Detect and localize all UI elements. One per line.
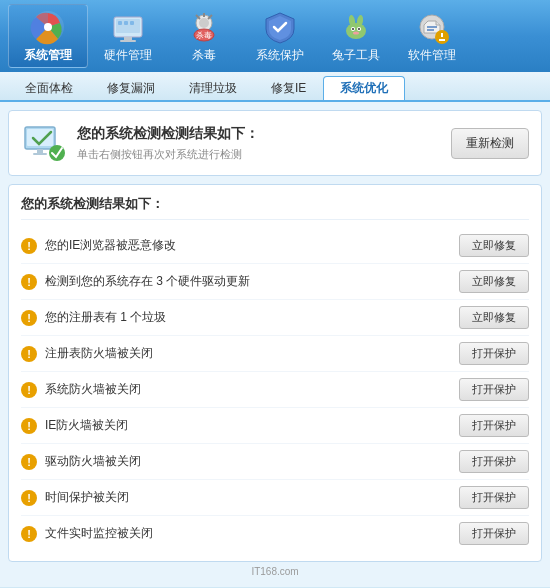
svg-text:杀毒: 杀毒 xyxy=(196,31,212,40)
svg-point-10 xyxy=(199,18,209,28)
warning-icon-3: ! xyxy=(21,346,37,362)
result-left-2: ! 您的注册表有 1 个垃圾 xyxy=(21,309,166,326)
warning-icon-7: ! xyxy=(21,490,37,506)
tab-repair-ie[interactable]: 修复IE xyxy=(254,76,323,100)
svg-point-23 xyxy=(353,31,359,34)
nav-protect[interactable]: 系统保护 xyxy=(244,4,316,68)
result-left-5: ! IE防火墙被关闭 xyxy=(21,417,128,434)
result-left-3: ! 注册表防火墙被关闭 xyxy=(21,345,153,362)
action-btn-0[interactable]: 立即修复 xyxy=(459,234,529,257)
result-left-8: ! 文件实时监控被关闭 xyxy=(21,525,153,542)
nav-tools-label: 兔子工具 xyxy=(332,47,380,64)
action-btn-4[interactable]: 打开保护 xyxy=(459,378,529,401)
warning-icon-5: ! xyxy=(21,418,37,434)
hardware-icon xyxy=(110,9,146,45)
svg-rect-6 xyxy=(118,21,122,25)
warning-icon-4: ! xyxy=(21,382,37,398)
result-row-7: ! 时间保护被关闭 打开保护 xyxy=(21,480,529,516)
svg-rect-8 xyxy=(130,21,134,25)
svg-line-11 xyxy=(196,15,200,19)
result-text-0: 您的IE浏览器被恶意修改 xyxy=(45,237,176,254)
top-bar: 系统管理 硬件管理 杀毒 xyxy=(0,0,550,72)
summary-left: 您的系统检测检测结果如下： 单击右侧按钮再次对系统进行检测 xyxy=(21,121,259,165)
result-text-7: 时间保护被关闭 xyxy=(45,489,129,506)
summary-text: 您的系统检测检测结果如下： 单击右侧按钮再次对系统进行检测 xyxy=(77,125,259,162)
software-icon xyxy=(414,9,450,45)
result-text-5: IE防火墙被关闭 xyxy=(45,417,128,434)
nav-software-label: 软件管理 xyxy=(408,47,456,64)
nav-protect-label: 系统保护 xyxy=(256,47,304,64)
kill-icon: 杀毒 xyxy=(186,9,222,45)
computer-icon xyxy=(21,121,65,165)
tab-bar: 全面体检 修复漏洞 清理垃圾 修复IE 系统优化 xyxy=(0,72,550,102)
summary-card: 您的系统检测检测结果如下： 单击右侧按钮再次对系统进行检测 重新检测 xyxy=(8,110,542,176)
watermark: IT168.com xyxy=(8,562,542,579)
result-row-1: ! 检测到您的系统存在 3 个硬件驱动更新 立即修复 xyxy=(21,264,529,300)
result-left-1: ! 检测到您的系统存在 3 个硬件驱动更新 xyxy=(21,273,250,290)
result-text-3: 注册表防火墙被关闭 xyxy=(45,345,153,362)
svg-rect-7 xyxy=(124,21,128,25)
tab-repair-issues[interactable]: 修复漏洞 xyxy=(90,76,172,100)
result-text-8: 文件实时监控被关闭 xyxy=(45,525,153,542)
result-text-1: 检测到您的系统存在 3 个硬件驱动更新 xyxy=(45,273,250,290)
nav-tools[interactable]: 兔子工具 xyxy=(320,4,392,68)
action-btn-2[interactable]: 立即修复 xyxy=(459,306,529,329)
tab-full-check[interactable]: 全面体检 xyxy=(8,76,90,100)
svg-point-22 xyxy=(358,28,360,30)
action-btn-8[interactable]: 打开保护 xyxy=(459,522,529,545)
result-left-7: ! 时间保护被关闭 xyxy=(21,489,129,506)
nav-software[interactable]: 软件管理 xyxy=(396,4,468,68)
nav-hardware[interactable]: 硬件管理 xyxy=(92,4,164,68)
result-row-6: ! 驱动防火墙被关闭 打开保护 xyxy=(21,444,529,480)
action-btn-3[interactable]: 打开保护 xyxy=(459,342,529,365)
svg-rect-32 xyxy=(37,149,43,153)
result-text-6: 驱动防火墙被关闭 xyxy=(45,453,141,470)
results-section: 您的系统检测结果如下： ! 您的IE浏览器被恶意修改 立即修复 ! 检测到您的系… xyxy=(8,184,542,562)
result-text-2: 您的注册表有 1 个垃圾 xyxy=(45,309,166,326)
result-row-5: ! IE防火墙被关闭 打开保护 xyxy=(21,408,529,444)
result-row-0: ! 您的IE浏览器被恶意修改 立即修复 xyxy=(21,228,529,264)
result-left-6: ! 驱动防火墙被关闭 xyxy=(21,453,141,470)
logo-button[interactable]: 系统管理 xyxy=(8,4,88,68)
rescan-button[interactable]: 重新检测 xyxy=(451,128,529,159)
nav-hardware-label: 硬件管理 xyxy=(104,47,152,64)
result-text-4: 系统防火墙被关闭 xyxy=(45,381,141,398)
svg-point-21 xyxy=(352,28,354,30)
action-btn-5[interactable]: 打开保护 xyxy=(459,414,529,437)
tab-clean-trash[interactable]: 清理垃圾 xyxy=(172,76,254,100)
summary-subtitle: 单击右侧按钮再次对系统进行检测 xyxy=(77,147,259,162)
svg-rect-33 xyxy=(33,153,47,155)
summary-title: 您的系统检测检测结果如下： xyxy=(77,125,259,143)
svg-line-12 xyxy=(208,15,212,19)
result-row-2: ! 您的注册表有 1 个垃圾 立即修复 xyxy=(21,300,529,336)
logo-icon xyxy=(30,9,66,45)
protect-icon xyxy=(262,9,298,45)
action-btn-6[interactable]: 打开保护 xyxy=(459,450,529,473)
tab-optimize[interactable]: 系统优化 xyxy=(323,76,405,100)
result-row-4: ! 系统防火墙被关闭 打开保护 xyxy=(21,372,529,408)
result-row-3: ! 注册表防火墙被关闭 打开保护 xyxy=(21,336,529,372)
svg-rect-4 xyxy=(124,37,132,40)
svg-point-16 xyxy=(346,23,366,39)
nav-kill-label: 杀毒 xyxy=(192,47,216,64)
nav-kill[interactable]: 杀毒 杀毒 xyxy=(168,4,240,68)
warning-icon-1: ! xyxy=(21,274,37,290)
action-btn-7[interactable]: 打开保护 xyxy=(459,486,529,509)
result-left-4: ! 系统防火墙被关闭 xyxy=(21,381,141,398)
result-left-0: ! 您的IE浏览器被恶意修改 xyxy=(21,237,176,254)
main-content: 您的系统检测检测结果如下： 单击右侧按钮再次对系统进行检测 重新检测 您的系统检… xyxy=(0,102,550,587)
warning-icon-8: ! xyxy=(21,526,37,542)
action-btn-1[interactable]: 立即修复 xyxy=(459,270,529,293)
svg-point-1 xyxy=(44,23,52,31)
warning-icon-6: ! xyxy=(21,454,37,470)
result-row-8: ! 文件实时监控被关闭 打开保护 xyxy=(21,516,529,551)
warning-icon-0: ! xyxy=(21,238,37,254)
tools-icon xyxy=(338,9,374,45)
svg-rect-5 xyxy=(120,40,136,42)
warning-icon-2: ! xyxy=(21,310,37,326)
results-title: 您的系统检测结果如下： xyxy=(21,195,529,220)
logo-label: 系统管理 xyxy=(24,47,72,64)
